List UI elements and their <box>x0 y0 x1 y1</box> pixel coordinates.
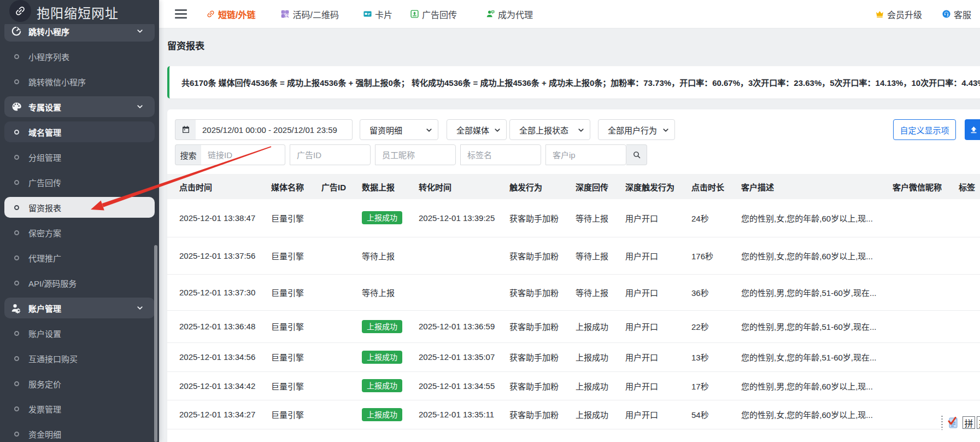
cell-deep_report: 上报成功 <box>564 310 613 342</box>
nav-item-客服[interactable]: 客服 <box>942 8 971 21</box>
ime-wordlist-icon[interactable] <box>948 417 959 429</box>
search-input-客户ip[interactable] <box>545 144 626 165</box>
select-value: 留资明细 <box>369 124 402 136</box>
ime-english-toggle[interactable]: 英 <box>977 416 980 429</box>
cell-deep_report: 等待上报 <box>564 199 613 237</box>
circle-bullet-icon <box>4 230 28 235</box>
cell-duration: 36秒 <box>679 274 729 310</box>
card-icon <box>363 9 372 19</box>
cell-deep_trigger: 用户开口 <box>613 400 679 429</box>
nav-item-会员升级[interactable]: 会员升级 <box>875 8 922 21</box>
column-header-标签: 标签 <box>947 174 980 199</box>
sidebar-item-广告回传[interactable]: 广告回传 <box>4 172 155 193</box>
user-gear-icon <box>4 303 28 313</box>
status-badge-success: 上报成功 <box>362 320 402 333</box>
cell-media: 巨量引擎 <box>259 371 309 400</box>
cell-deep_trigger: 用户开口 <box>613 237 679 274</box>
search-input-链接ID[interactable] <box>201 144 285 165</box>
sidebar-item-服务定价[interactable]: 服务定价 <box>4 373 155 394</box>
cell-tag <box>947 371 980 400</box>
cell-click_time: 2025-12-01 13:34:56 <box>167 342 259 371</box>
filter-select-留资明细[interactable]: 留资明细 <box>360 119 438 140</box>
cell-convert_time <box>407 237 497 274</box>
sidebar-item-留资报表[interactable]: 留资报表 <box>4 197 155 218</box>
filter-select-全部用户行为[interactable]: 全部用户行为 <box>598 119 675 140</box>
circle-bullet-icon <box>4 205 28 210</box>
nav-item-活码/二维码[interactable]: 活码/二维码 <box>280 8 338 21</box>
nav-item-卡片[interactable]: 卡片 <box>363 8 392 21</box>
ime-drag-handle-icon[interactable] <box>941 416 943 430</box>
cell-duration: 22秒 <box>679 310 729 342</box>
nav-item-广告回传[interactable]: 广告回传 <box>410 8 457 21</box>
cell-media: 巨量引擎 <box>259 199 309 237</box>
export-button[interactable]: 导出 <box>965 119 980 140</box>
cell-convert_time: 2025-12-01 13:35:07 <box>407 342 497 371</box>
cell-click_time: 2025-12-01 13:34:27 <box>167 400 259 429</box>
sidebar-item-资金明细[interactable]: 资金明细 <box>4 423 155 442</box>
sidebar-item-API/源码服务[interactable]: API/源码服务 <box>4 272 155 293</box>
cell-wechat_nick <box>881 237 947 274</box>
search-input-广告ID[interactable] <box>290 144 371 165</box>
sidebar-item-label: 广告回传 <box>28 177 61 188</box>
cell-desc: 您的性别,女,您的年龄,51-60岁,现在... <box>729 342 881 371</box>
cell-click_time: 2025-12-01 13:37:56 <box>167 237 259 274</box>
sidebar-item-label: 资金明细 <box>28 428 61 440</box>
cell-tag <box>947 274 980 310</box>
sidebar-item-账户设置[interactable]: 账户设置 <box>4 323 155 344</box>
cell-click_time: 2025-12-01 13:37:30 <box>167 274 259 310</box>
cell-trigger: 获客助手加粉 <box>497 199 564 237</box>
upload-icon <box>969 125 978 135</box>
sidebar-item-专属设置[interactable]: 专属设置 <box>4 96 155 117</box>
nav-item-label: 客服 <box>954 8 971 21</box>
sidebar-item-小程序列表[interactable]: 小程序列表 <box>4 46 155 67</box>
status-badge-success: 上报成功 <box>362 408 402 421</box>
stats-total: 6170 <box>190 78 208 88</box>
cell-desc: 您的性别,女,您的年龄,60岁以上,现... <box>729 237 881 274</box>
cell-duration: 54秒 <box>679 400 729 429</box>
cell-deep_trigger: 用户开口 <box>613 199 679 237</box>
search-input-标签名[interactable] <box>460 144 541 165</box>
agent-icon <box>486 9 495 19</box>
nav-item-短链/外链[interactable]: 短链/外链 <box>206 8 255 21</box>
hamburger-menu-icon[interactable] <box>175 9 187 19</box>
topnav-items: 短链/外链活码/二维码卡片广告回传成为代理 <box>206 8 533 21</box>
table-row: 2025-12-01 13:36:48巨量引擎上报成功2025-12-01 13… <box>167 310 980 342</box>
sidebar-item-域名管理[interactable]: 域名管理 <box>4 121 155 142</box>
sidebar-item-账户管理[interactable]: 账户管理 <box>4 298 155 318</box>
sidebar-item-跳转微信小程序[interactable]: 跳转微信小程序 <box>4 71 155 92</box>
sidebar-scrollbar-thumb[interactable] <box>154 245 157 442</box>
cell-duration: 21秒 <box>679 429 729 442</box>
table-header-row: 点击时间媒体名称广告ID数据上报转化时间触发行为深度回传深度触发行为点击时长客户… <box>167 174 980 199</box>
sidebar-item-label: API/源码服务 <box>28 277 77 289</box>
status-badge-success: 上报成功 <box>362 351 402 364</box>
link-icon <box>206 9 215 19</box>
filter-select-全部媒体[interactable]: 全部媒体 <box>447 119 507 140</box>
service-icon <box>942 9 951 19</box>
sidebar-item-跳转小程序[interactable]: 跳转小程序 <box>4 24 155 42</box>
search-button[interactable] <box>626 144 647 165</box>
sidebar-item-互通接口购买[interactable]: 互通接口购买 <box>4 348 155 369</box>
table-body: 2025-12-01 13:38:47巨量引擎上报成功2025-12-01 13… <box>167 199 980 442</box>
sidebar-item-label: 专属设置 <box>28 101 61 113</box>
ime-pinyin-toggle[interactable]: 拼 <box>963 416 975 429</box>
sidebar-item-发票管理[interactable]: 发票管理 <box>4 398 155 419</box>
cell-desc: 您的性别,女,您的年龄,60岁以上,现... <box>729 199 881 237</box>
sidebar-item-label: 域名管理 <box>28 126 61 138</box>
custom-columns-button[interactable]: 自定义显示项 <box>893 119 956 140</box>
crown-icon <box>875 9 884 19</box>
cell-ad_id <box>309 274 350 310</box>
filter-select-全部上报状态[interactable]: 全部上报状态 <box>509 119 590 140</box>
nav-item-成为代理[interactable]: 成为代理 <box>486 8 533 21</box>
table-row: 2025-12-01 13:33:58巨量引擎上报成功2025-12-01 13… <box>167 429 980 442</box>
cell-media: 巨量引擎 <box>259 274 309 310</box>
sidebar-item-保密方案[interactable]: 保密方案 <box>4 222 155 243</box>
sidebar-item-代理推广[interactable]: 代理推广 <box>4 247 155 268</box>
search-fields <box>201 144 626 165</box>
date-range-input[interactable] <box>196 119 353 140</box>
sidebar-item-分组管理[interactable]: 分组管理 <box>4 147 155 167</box>
filter-selects: 留资明细全部媒体全部上报状态全部用户行为 <box>353 119 675 140</box>
cell-tag <box>947 342 980 371</box>
search-input-员工昵称[interactable] <box>375 144 456 165</box>
calendar-icon-button[interactable] <box>175 119 196 140</box>
cell-click_time: 2025-12-01 13:33:58 <box>167 429 259 442</box>
